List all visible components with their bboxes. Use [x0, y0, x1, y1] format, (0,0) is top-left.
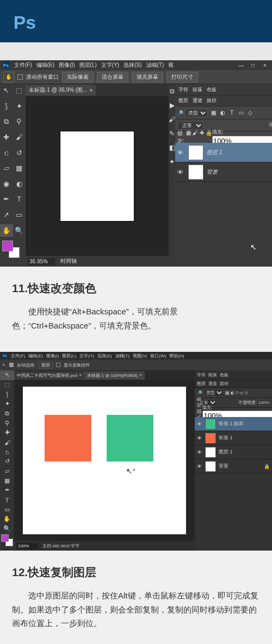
- menu-view[interactable]: 视图(V): [133, 353, 147, 359]
- type-tool[interactable]: T: [0, 495, 14, 505]
- blend-mode-select[interactable]: 正常: [177, 121, 203, 130]
- filter-pixel-icon[interactable]: ▦: [209, 109, 217, 117]
- btn-print-size[interactable]: 打印尺寸: [166, 72, 198, 83]
- menu-image[interactable]: 图像(I): [59, 61, 75, 69]
- fg-swatch[interactable]: [2, 241, 13, 251]
- filter-shape-icon[interactable]: ▭: [237, 109, 245, 117]
- checkbox-scroll-all[interactable]: [17, 74, 23, 80]
- history-brush-tool[interactable]: ↺: [13, 147, 26, 159]
- layer-thumb[interactable]: [205, 447, 216, 458]
- gradient-tool[interactable]: ▦: [13, 162, 26, 174]
- healing-tool[interactable]: ✚: [0, 428, 14, 438]
- layer-name[interactable]: 背景: [207, 168, 218, 176]
- eye-icon[interactable]: 👁: [197, 435, 202, 441]
- lasso-tool[interactable]: ⟆: [0, 389, 14, 399]
- shape-rect-orange[interactable]: [45, 415, 91, 462]
- menu-image[interactable]: 图像(I): [46, 353, 59, 359]
- layer-name[interactable]: 矩形 1 副本: [219, 420, 244, 427]
- layer-name[interactable]: 图层 1: [219, 449, 233, 456]
- layer-item[interactable]: 👁 矩形 1 副本: [195, 417, 272, 431]
- layer-name[interactable]: 矩形 1: [219, 434, 233, 441]
- checkbox-autoselect[interactable]: [9, 363, 14, 367]
- layer-item[interactable]: 👁 图层 1: [175, 143, 272, 162]
- layer-item[interactable]: 👁 矩形 1: [195, 431, 272, 445]
- active-tool-icon[interactable]: ✋: [3, 72, 14, 83]
- window-minimize-button[interactable]: —: [236, 62, 246, 68]
- menu-type[interactable]: 文字(Y): [101, 61, 119, 69]
- autoselect-target[interactable]: 图层: [39, 362, 53, 369]
- filter-smart-icon[interactable]: ◇: [246, 109, 254, 117]
- gradient-tool[interactable]: ▦: [0, 476, 14, 485]
- tab-para[interactable]: 段落: [193, 86, 202, 93]
- window-maximize-button[interactable]: □: [248, 62, 258, 68]
- tab-char[interactable]: 字符: [197, 372, 206, 378]
- tab-layers[interactable]: 图层: [197, 381, 206, 387]
- layer-thumb[interactable]: [205, 419, 216, 430]
- layer-thumb[interactable]: [205, 433, 216, 444]
- move-tool[interactable]: ↖: [0, 84, 13, 97]
- tab-char[interactable]: 字符: [178, 86, 188, 93]
- document-tab-1[interactable]: 中国风二十四节气白露海报.psd×: [14, 371, 84, 380]
- color-swatches[interactable]: [0, 239, 26, 263]
- window-close-button[interactable]: ×: [260, 62, 270, 68]
- canvas[interactable]: [60, 131, 134, 221]
- hand-tool[interactable]: ✋: [0, 514, 14, 524]
- checkbox-transform[interactable]: [56, 363, 60, 367]
- stamp-tool[interactable]: ⎌: [0, 447, 14, 457]
- btn-fit-screen[interactable]: 适合屏幕: [97, 72, 128, 83]
- wand-tool[interactable]: ✦: [13, 100, 26, 112]
- hand-tool[interactable]: ✋: [0, 224, 13, 237]
- marquee-tool[interactable]: ⬚: [13, 84, 26, 97]
- layer-thumb[interactable]: [188, 145, 203, 160]
- brush-panel-icon[interactable]: 🖌: [169, 116, 175, 123]
- layer-item[interactable]: 👁 背景 🔒: [175, 162, 272, 182]
- filter-kind-select[interactable]: 类型: [203, 389, 224, 396]
- menu-type[interactable]: 文字(Y): [79, 353, 94, 359]
- canvas[interactable]: ↖⁺: [23, 387, 186, 534]
- eye-icon[interactable]: 👁: [197, 421, 202, 427]
- type-tool[interactable]: T: [13, 193, 26, 205]
- tab-paths[interactable]: 路径: [207, 97, 217, 104]
- tab-layers[interactable]: 图层: [178, 97, 188, 104]
- filter-icons[interactable]: ▦ ◐ T ▭ ◇: [225, 390, 249, 395]
- zoom-tool[interactable]: 🔍: [13, 224, 26, 237]
- layer-name[interactable]: 背景: [219, 463, 228, 470]
- document-tab[interactable]: 未标题-1 @ 36.9% (图... ×: [26, 85, 96, 96]
- fg-swatch[interactable]: [1, 534, 9, 542]
- shape-tool[interactable]: ▭: [13, 209, 26, 221]
- pen-tool[interactable]: ✒: [0, 193, 13, 205]
- eyedropper-tool[interactable]: ⚲: [0, 418, 14, 428]
- layer-thumb[interactable]: [205, 461, 216, 472]
- lasso-tool[interactable]: ⟆: [0, 100, 13, 112]
- filter-adj-icon[interactable]: ◐: [219, 109, 226, 117]
- crop-tool[interactable]: ⧉: [0, 409, 14, 419]
- dodge-tool[interactable]: ◐: [13, 178, 26, 190]
- history-brush-tool[interactable]: ↺: [0, 457, 14, 466]
- move-tool-icon[interactable]: ↖: [2, 363, 6, 368]
- crop-tool[interactable]: ⧉: [0, 115, 13, 128]
- btn-actual-pixels[interactable]: 实际像素: [62, 72, 94, 83]
- menu-edit[interactable]: 编辑(E): [36, 61, 54, 69]
- layers-panel-icon[interactable]: ◧: [169, 144, 175, 151]
- history-panel-icon[interactable]: ⧉: [170, 87, 175, 95]
- zoom-tool[interactable]: 🔍: [0, 524, 14, 534]
- tab-channels[interactable]: 通道: [193, 97, 202, 104]
- menu-file[interactable]: 文件(F): [11, 353, 25, 359]
- menu-layer[interactable]: 图层(L): [62, 353, 76, 359]
- eyedropper-tool[interactable]: ⚲: [13, 115, 26, 128]
- eye-icon[interactable]: 👁: [197, 464, 202, 469]
- zoom-input[interactable]: [16, 543, 38, 549]
- timeline-tab[interactable]: 时间轴: [60, 257, 77, 265]
- filter-type-icon[interactable]: T: [228, 109, 236, 117]
- tab-paths[interactable]: 路径: [220, 381, 228, 387]
- tab-swatch[interactable]: 色板: [207, 86, 217, 93]
- filter-glass-icon[interactable]: 🔎: [177, 110, 183, 116]
- menu-view[interactable]: 视: [168, 61, 174, 69]
- tab-swatch[interactable]: 色板: [220, 372, 228, 378]
- marquee-tool[interactable]: ⬚: [0, 380, 14, 390]
- menu-select[interactable]: 选择(S): [123, 61, 141, 69]
- eraser-tool[interactable]: ▱: [0, 162, 13, 174]
- path-tool[interactable]: ↗: [0, 209, 13, 221]
- layer-item[interactable]: 👁 图层 1: [195, 445, 272, 459]
- play-panel-icon[interactable]: ▶: [170, 102, 175, 109]
